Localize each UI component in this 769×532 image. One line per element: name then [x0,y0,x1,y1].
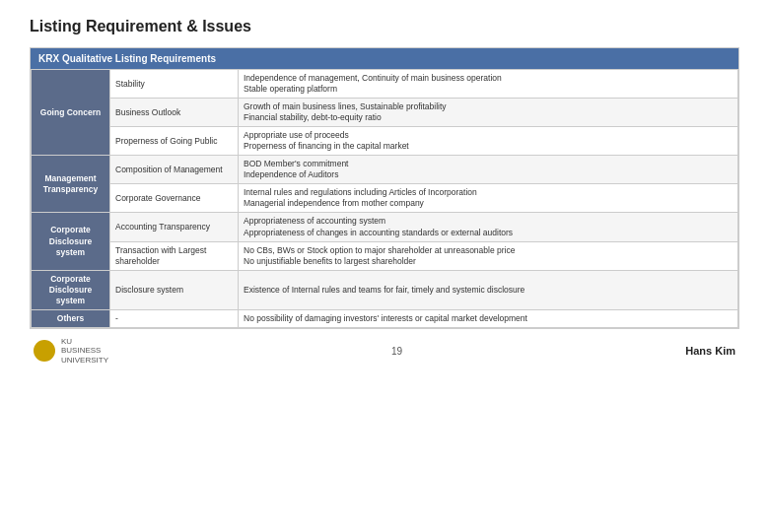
table-row: Going Concern Stability Independence of … [32,70,738,99]
sub-transaction: Transaction with Largest shareholder [110,241,239,270]
detail-properness: Appropriate use of proceedsProperness of… [239,127,738,156]
sub-disclosure-system: Disclosure system [110,270,239,309]
main-table: KRX Qualitative Listing Requirements Goi… [30,47,739,329]
table-header: KRX Qualitative Listing Requirements [31,48,738,69]
detail-others: No possibility of damaging investors' in… [239,309,738,327]
requirements-table: Going Concern Stability Independence of … [31,69,738,328]
sub-stability: Stability [110,70,239,99]
table-row: Management Transparency Composition of M… [32,156,738,184]
detail-stability: Independence of management, Continuity o… [239,70,738,99]
table-row: Transaction with Largest shareholder No … [32,241,738,270]
category-corp-disclosure-1: Corporate Disclosure system [32,213,110,270]
category-going-concern: Going Concern [32,70,110,156]
detail-business-outlook: Growth of main business lines, Sustainab… [239,99,738,127]
table-row: Corporate Disclosure system Accounting T… [32,213,738,241]
table-row: Properness of Going Public Appropriate u… [32,127,738,156]
table-row: Others - No possibility of damaging inve… [32,309,738,327]
detail-accounting-transparency: Appropriateness of accounting systemAppr… [239,213,738,241]
sub-corp-governance: Corporate Governance [110,184,239,213]
table-row: Corporate Disclosure system Disclosure s… [32,270,738,309]
detail-composition: BOD Member's commitmentIndependence of A… [239,156,738,184]
detail-corp-governance: Internal rules and regulations including… [239,184,738,213]
sub-properness: Properness of Going Public [110,127,239,156]
table-row: Corporate Governance Internal rules and … [32,184,738,213]
sub-business-outlook: Business Outlook [110,99,239,127]
page: Listing Requirement & Issues KRX Qualita… [0,0,769,532]
sub-others: - [110,309,239,327]
logo-text: KUBUSINESSUNIVERSITY [61,337,108,366]
logo-icon [34,340,55,362]
category-corp-disclosure-2: Corporate Disclosure system [32,270,110,309]
detail-transaction: No CBs, BWs or Stock option to major sha… [239,241,738,270]
category-others: Others [32,309,110,327]
detail-disclosure-system: Existence of Internal rules and teams fo… [239,270,738,309]
author-name: Hans Kim [685,345,735,357]
page-title: Listing Requirement & Issues [30,18,739,35]
table-row: Business Outlook Growth of main business… [32,99,738,127]
sub-accounting-transparency: Accounting Transparency [110,213,239,241]
category-management-transparency: Management Transparency [32,156,110,213]
page-number: 19 [108,346,685,357]
footer: KUBUSINESSUNIVERSITY 19 Hans Kim [30,337,739,366]
sub-composition: Composition of Management [110,156,239,184]
footer-logo-area: KUBUSINESSUNIVERSITY [34,337,108,366]
